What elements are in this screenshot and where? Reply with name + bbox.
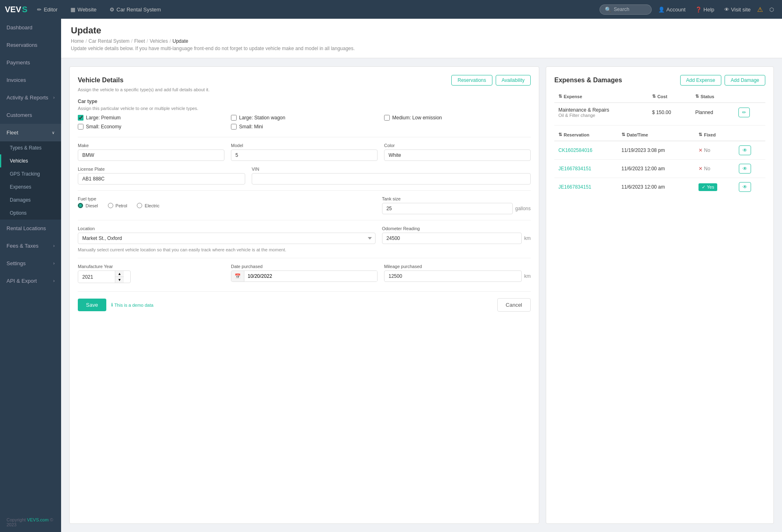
- breadcrumb-fleet[interactable]: Fleet: [134, 38, 145, 44]
- radio-petrol[interactable]: Petrol: [108, 203, 127, 208]
- cost-sort-icon: ⇅: [652, 94, 656, 99]
- damage-view-button-3[interactable]: 👁: [739, 182, 751, 192]
- sidebar-item-vehicles[interactable]: Vehicles: [0, 154, 61, 167]
- checkbox-large-premium[interactable]: Large: Premium: [78, 115, 224, 121]
- year-up-button[interactable]: ▲: [115, 271, 124, 277]
- date-purchased-input[interactable]: [244, 271, 377, 281]
- car-type-section: Car type Assign this particular vehicle …: [78, 99, 531, 130]
- damage-view-button-2[interactable]: 👁: [739, 164, 751, 174]
- sidebar-item-types-rates[interactable]: Types & Rates: [0, 141, 61, 154]
- info-icon: ℹ: [111, 302, 113, 308]
- radio-electric-input[interactable]: [137, 203, 142, 208]
- damage-reservation-link-2[interactable]: JE1667834151: [558, 166, 591, 171]
- copyright-link[interactable]: VEVS.com: [27, 517, 48, 522]
- breadcrumb-home[interactable]: Home: [71, 38, 84, 44]
- checkbox-small-mini[interactable]: Small: Mini: [231, 124, 378, 130]
- expense-table: ⇅Expense ⇅Cost ⇅Status Maintenance & Rep…: [554, 90, 765, 122]
- model-input[interactable]: [231, 149, 378, 161]
- sidebar-item-gps[interactable]: GPS Tracking: [0, 167, 61, 180]
- sidebar-item-options[interactable]: Options: [0, 207, 61, 220]
- year-down-button[interactable]: ▼: [115, 277, 124, 283]
- fixed-sort-icon: ⇅: [699, 132, 702, 137]
- fuel-group: Fuel type Diesel Petrol: [78, 196, 376, 214]
- search-input[interactable]: [614, 7, 646, 12]
- help-button[interactable]: ❓ Help: [692, 5, 718, 14]
- nav-website[interactable]: ▦ Website: [67, 5, 100, 14]
- add-damage-button[interactable]: Add Damage: [725, 75, 765, 86]
- tank-input[interactable]: [382, 203, 513, 214]
- expense-cost: $ 150.00: [648, 103, 691, 122]
- nav-car-rental[interactable]: ⚙ Car Rental System: [106, 5, 164, 14]
- sidebar-item-expenses[interactable]: Expenses: [0, 180, 61, 193]
- checkbox-medium-low-input[interactable]: [384, 115, 390, 121]
- availability-button[interactable]: Availability: [496, 75, 531, 86]
- website-icon: ▦: [70, 7, 75, 13]
- sidebar-item-api-export[interactable]: API & Export ›: [0, 272, 61, 290]
- checkbox-large-premium-input[interactable]: [78, 115, 83, 121]
- damage-table-header: ⇅Reservation ⇅Date/Time ⇅Fixed: [554, 129, 765, 141]
- page-title: Update: [71, 25, 772, 36]
- reservations-button[interactable]: Reservations: [451, 75, 492, 86]
- account-button[interactable]: 👤 Account: [655, 5, 689, 14]
- checkbox-small-mini-input[interactable]: [231, 124, 237, 130]
- sidebar-item-dashboard[interactable]: Dashboard: [0, 19, 61, 36]
- settings-icon-btn[interactable]: ⬡: [766, 5, 777, 14]
- mileage-input[interactable]: [384, 270, 522, 282]
- odometer-input[interactable]: [382, 233, 522, 244]
- radio-diesel-input[interactable]: [78, 203, 83, 208]
- cancel-button[interactable]: Cancel: [497, 298, 531, 312]
- logo[interactable]: VEVS: [5, 5, 27, 14]
- radio-electric[interactable]: Electric: [137, 203, 159, 208]
- save-button[interactable]: Save: [78, 299, 106, 311]
- year-label: Manufacture Year: [78, 264, 224, 269]
- nav-editor[interactable]: ✏ Editor: [34, 5, 61, 14]
- sidebar-item-customers[interactable]: Customers: [0, 106, 61, 124]
- make-input[interactable]: [78, 149, 224, 161]
- breadcrumb-vehicles[interactable]: Vehicles: [149, 38, 168, 44]
- chevron-right-icon-3: ›: [53, 261, 55, 266]
- damage-reservation-link-1[interactable]: CK1602584016: [558, 147, 592, 153]
- add-expense-button[interactable]: Add Expense: [680, 75, 721, 86]
- sidebar-item-fleet[interactable]: Fleet ∨: [0, 124, 61, 141]
- damage-reservation-link-3[interactable]: JE1667834151: [558, 184, 591, 190]
- location-label: Location: [78, 226, 376, 231]
- sidebar-item-fees-taxes[interactable]: Fees & Taxes ›: [0, 237, 61, 255]
- radio-diesel[interactable]: Diesel: [78, 203, 98, 208]
- sidebar-item-invoices[interactable]: Invoices: [0, 71, 61, 89]
- warning-icon[interactable]: ⚠: [757, 6, 763, 13]
- mileage-suffix: km: [524, 273, 531, 279]
- sidebar: Dashboard Reservations Payments Invoices…: [0, 19, 61, 532]
- checkbox-small-economy-input[interactable]: [78, 124, 83, 130]
- vin-input[interactable]: [252, 173, 531, 185]
- sidebar-item-settings[interactable]: Settings ›: [0, 255, 61, 272]
- license-input[interactable]: [78, 173, 245, 185]
- sidebar-item-activity-reports[interactable]: Activity & Reports ›: [0, 89, 61, 106]
- search-box[interactable]: 🔍: [600, 4, 652, 15]
- sidebar-item-damages[interactable]: Damages: [0, 193, 61, 207]
- sidebar-item-reservations[interactable]: Reservations: [0, 36, 61, 54]
- eye-icon: 👁: [724, 7, 729, 13]
- breadcrumb-car-rental[interactable]: Car Rental System: [88, 38, 130, 44]
- damage-view-button-1[interactable]: 👁: [739, 145, 751, 155]
- model-group: Model: [231, 143, 378, 161]
- expense-table-header: ⇅Expense ⇅Cost ⇅Status: [554, 90, 765, 103]
- vehicle-card-title: Vehicle Details: [78, 77, 123, 84]
- radio-petrol-input[interactable]: [108, 203, 113, 208]
- checkbox-large-station[interactable]: Large: Station wagon: [231, 115, 378, 121]
- status-sort-icon: ⇅: [695, 94, 699, 99]
- checkbox-large-station-input[interactable]: [231, 115, 237, 121]
- visit-site-button[interactable]: 👁 Visit site: [721, 5, 754, 14]
- tank-group: Tank size gallons: [382, 196, 531, 214]
- expense-col-header: Expense: [564, 94, 582, 99]
- vehicle-header-buttons: Reservations Availability: [451, 75, 531, 86]
- sidebar-item-rental-locations[interactable]: Rental Locations: [0, 220, 61, 237]
- sidebar-item-payments[interactable]: Payments: [0, 54, 61, 71]
- top-nav: VEVS ✏ Editor ▦ Website ⚙ Car Rental Sys…: [0, 0, 782, 19]
- year-input[interactable]: [78, 272, 115, 282]
- location-select[interactable]: Market St., Oxford: [78, 233, 376, 244]
- checkbox-small-economy[interactable]: Small: Economy: [78, 124, 224, 130]
- checkbox-medium-low[interactable]: Medium: Low emission: [384, 115, 531, 121]
- expense-edit-button[interactable]: ✏: [738, 108, 750, 117]
- color-input[interactable]: [384, 149, 531, 161]
- date-purchased-group: Date purchased 📅: [231, 264, 378, 283]
